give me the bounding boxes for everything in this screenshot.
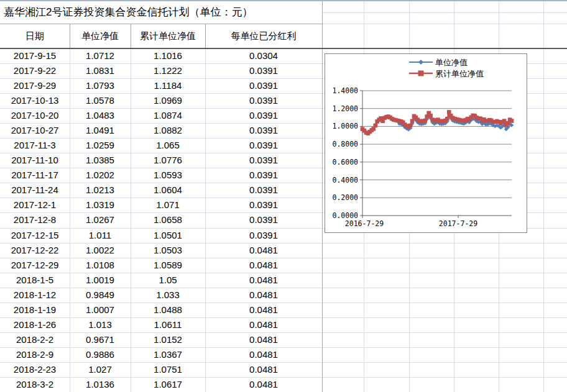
cumulative-nav-cell[interactable]: 1.0969	[131, 93, 205, 108]
dividend-cell[interactable]: 0.0481	[205, 273, 322, 288]
date-cell[interactable]: 2018-1-12	[0, 288, 70, 303]
date-cell[interactable]: 2017-12-8	[0, 212, 70, 227]
dividend-cell[interactable]: 0.0391	[205, 228, 322, 243]
unit-nav-cell[interactable]: 1.027	[70, 362, 131, 377]
date-cell[interactable]: 2018-2-23	[0, 362, 70, 377]
dividend-cell[interactable]: 0.0391	[205, 198, 322, 212]
dividend-cell[interactable]: 0.0481	[205, 347, 322, 362]
dividend-cell[interactable]: 0.0481	[205, 317, 322, 332]
date-cell[interactable]: 2017-10-20	[0, 108, 70, 123]
dividend-cell[interactable]: 0.0481	[205, 303, 322, 317]
column-header-unit-nav[interactable]: 单位净值	[70, 24, 131, 48]
date-cell[interactable]: 2017-9-29	[0, 78, 70, 93]
column-header-cumulative-nav[interactable]: 累计单位净值	[131, 24, 205, 48]
unit-nav-cell[interactable]: 1.0019	[70, 273, 131, 288]
date-cell[interactable]: 2017-11-10	[0, 153, 70, 168]
unit-nav-cell[interactable]: 1.0202	[70, 168, 131, 183]
cumulative-nav-cell[interactable]: 1.0658	[131, 212, 205, 227]
date-cell[interactable]: 2018-1-5	[0, 273, 70, 288]
date-cell[interactable]: 2017-12-22	[0, 243, 70, 258]
date-cell[interactable]: 2018-2-9	[0, 347, 70, 362]
unit-nav-cell[interactable]: 1.011	[70, 228, 131, 243]
dividend-cell[interactable]: 0.0481	[205, 332, 322, 347]
date-cell[interactable]: 2017-9-15	[0, 48, 70, 63]
cumulative-nav-cell[interactable]: 1.1184	[131, 78, 205, 93]
date-cell[interactable]: 2018-1-26	[0, 317, 70, 332]
date-cell[interactable]: 2017-11-3	[0, 138, 70, 153]
date-cell[interactable]: 2017-9-22	[0, 63, 70, 78]
unit-nav-cell[interactable]: 1.0267	[70, 212, 131, 227]
dividend-cell[interactable]: 0.0481	[205, 362, 322, 377]
unit-nav-cell[interactable]: 1.0491	[70, 123, 131, 138]
unit-nav-cell[interactable]: 1.0483	[70, 108, 131, 123]
unit-nav-cell[interactable]: 1.0022	[70, 243, 131, 258]
dividend-cell[interactable]: 0.0391	[205, 123, 322, 138]
nav-chart[interactable]: 1.40001.20001.00000.80000.60000.40000.20…	[325, 53, 527, 233]
dividend-cell[interactable]: 0.0391	[205, 168, 322, 183]
unit-nav-cell[interactable]: 1.0793	[70, 78, 131, 93]
cumulative-nav-cell[interactable]: 1.0751	[131, 362, 205, 377]
cumulative-nav-cell[interactable]: 1.05	[131, 273, 205, 288]
cumulative-nav-cell[interactable]: 1.0152	[131, 332, 205, 347]
unit-nav-cell[interactable]: 1.0578	[70, 93, 131, 108]
cumulative-nav-cell[interactable]: 1.0593	[131, 168, 205, 183]
cumulative-nav-cell[interactable]: 1.065	[131, 138, 205, 153]
column-header-date[interactable]: 日期	[0, 24, 70, 48]
cumulative-nav-cell[interactable]: 1.0501	[131, 228, 205, 243]
date-cell[interactable]: 2017-12-15	[0, 228, 70, 243]
dividend-cell[interactable]: 0.0391	[205, 153, 322, 168]
dividend-cell[interactable]: 0.0481	[205, 243, 322, 258]
unit-nav-cell[interactable]: 1.0712	[70, 48, 131, 63]
nav-chart-canvas: 1.40001.20001.00000.80000.60000.40000.20…	[325, 54, 527, 232]
date-cell[interactable]: 2018-2-2	[0, 332, 70, 347]
cumulative-nav-cell[interactable]: 1.0874	[131, 108, 205, 123]
gridline	[322, 24, 567, 24]
date-cell[interactable]: 2017-12-1	[0, 198, 70, 212]
dividend-cell[interactable]: 0.0304	[205, 48, 322, 63]
cumulative-nav-cell[interactable]: 1.033	[131, 288, 205, 303]
cumulative-nav-cell[interactable]: 1.0503	[131, 243, 205, 258]
date-cell[interactable]: 2018-3-2	[0, 377, 70, 392]
unit-nav-cell[interactable]: 1.013	[70, 317, 131, 332]
cumulative-nav-cell[interactable]: 1.071	[131, 198, 205, 212]
unit-nav-cell[interactable]: 1.0259	[70, 138, 131, 153]
unit-nav-cell[interactable]: 0.9671	[70, 332, 131, 347]
cumulative-nav-cell[interactable]: 1.0776	[131, 153, 205, 168]
cumulative-nav-cell[interactable]: 1.0488	[131, 303, 205, 317]
cumulative-nav-cell[interactable]: 1.0589	[131, 258, 205, 273]
dividend-cell[interactable]: 0.0391	[205, 108, 322, 123]
date-cell[interactable]: 2017-11-17	[0, 168, 70, 183]
unit-nav-cell[interactable]: 1.0007	[70, 303, 131, 317]
cumulative-nav-cell[interactable]: 1.0367	[131, 347, 205, 362]
dividend-cell[interactable]: 0.0391	[205, 183, 322, 198]
unit-nav-cell[interactable]: 1.0136	[70, 377, 131, 392]
dividend-cell[interactable]: 0.0391	[205, 63, 322, 78]
dividend-cell[interactable]: 0.0481	[205, 288, 322, 303]
unit-nav-cell[interactable]: 1.0385	[70, 153, 131, 168]
column-header-dividend[interactable]: 每单位已分红利	[205, 24, 322, 48]
unit-nav-cell[interactable]: 1.0108	[70, 258, 131, 273]
date-cell[interactable]: 2017-12-29	[0, 258, 70, 273]
cumulative-nav-cell[interactable]: 1.0611	[131, 317, 205, 332]
dividend-cell[interactable]: 0.0391	[205, 78, 322, 93]
cumulative-nav-cell[interactable]: 1.0882	[131, 123, 205, 138]
date-cell[interactable]: 2017-10-13	[0, 93, 70, 108]
dividend-cell[interactable]: 0.0391	[205, 93, 322, 108]
cumulative-nav-cell[interactable]: 1.1016	[131, 48, 205, 63]
unit-nav-cell[interactable]: 1.0213	[70, 183, 131, 198]
cumulative-nav-cell[interactable]: 1.0604	[131, 183, 205, 198]
dividend-cell[interactable]: 0.0391	[205, 138, 322, 153]
cumulative-nav-cell[interactable]: 1.0617	[131, 377, 205, 392]
unit-nav-cell[interactable]: 0.9849	[70, 288, 131, 303]
cumulative-nav-cell[interactable]: 1.1222	[131, 63, 205, 78]
unit-nav-cell[interactable]: 1.0831	[70, 63, 131, 78]
unit-nav-cell[interactable]: 0.9886	[70, 347, 131, 362]
sheet-title-cell[interactable]: 嘉华湘江2号证券投资集合资金信托计划（单位：元）	[0, 1, 322, 24]
dividend-cell[interactable]: 0.0481	[205, 258, 322, 273]
date-cell[interactable]: 2018-1-19	[0, 303, 70, 317]
unit-nav-cell[interactable]: 1.0319	[70, 198, 131, 212]
date-cell[interactable]: 2017-10-27	[0, 123, 70, 138]
date-cell[interactable]: 2017-11-24	[0, 183, 70, 198]
dividend-cell[interactable]: 0.0391	[205, 212, 322, 227]
dividend-cell[interactable]: 0.0481	[205, 377, 322, 392]
